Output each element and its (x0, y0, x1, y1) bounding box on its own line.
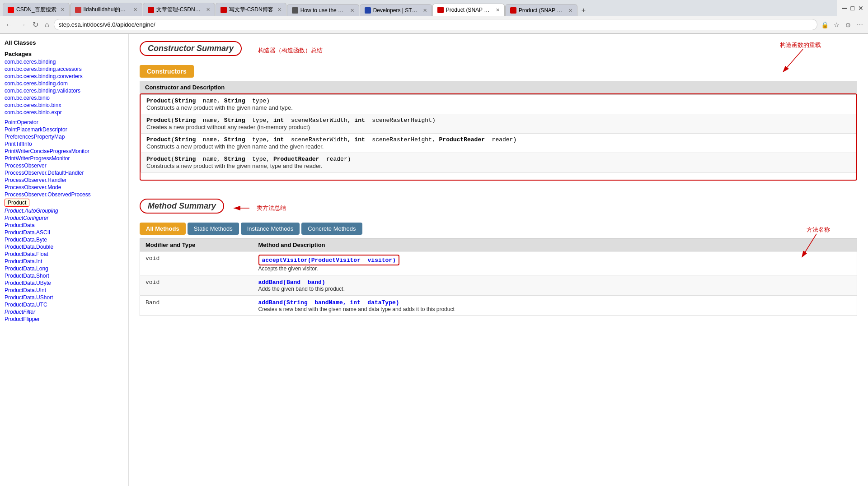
tab-close[interactable]: ✕ (423, 8, 427, 14)
tab-label: Product (SNAP En... (446, 7, 492, 13)
sidebar-item-accessors[interactable]: com.bc.ceres.binding.accessors (0, 65, 128, 73)
svg-line-1 (787, 49, 803, 67)
tab-close[interactable]: ✕ (133, 7, 137, 13)
sidebar-item-pointoperator[interactable]: PointOperator (0, 119, 128, 126)
sidebar-item-productdata[interactable]: ProductData (0, 222, 128, 229)
sidebar-item-validators[interactable]: com.bc.ceres.binding.validators (0, 87, 128, 94)
tab-wenzhangguan[interactable]: 文章管理-CSDN博... ✕ (143, 3, 215, 16)
sidebar-item-printwriterprog[interactable]: PrintWriterProgressMonitor (0, 155, 128, 162)
tab-all-methods[interactable]: All Methods (140, 223, 186, 235)
extensions-icon[interactable]: 🔒 (820, 20, 829, 29)
nav-bar: ← → ↻ ⌂ 🔒 ☆ ⊙ ⋯ (0, 16, 868, 33)
table-row: void acceptVisitor(ProductVisitor visito… (140, 251, 857, 275)
tab-favicon (292, 7, 298, 14)
browser-chrome: CSDN_百度搜索 ✕ lidahuilidahui的博... ✕ 文章管理-C… (0, 0, 868, 34)
method-summary-heading: Method Summary (140, 199, 224, 214)
sidebar-item-processdefault[interactable]: ProcessObserver.DefaultHandler (0, 169, 128, 177)
tab-instance-methods[interactable]: Instance Methods (241, 223, 300, 235)
method-name-1[interactable]: acceptVisitor(ProductVisitor visitor) (262, 257, 396, 264)
sidebar-item-productdata-uint[interactable]: ProductData.UInt (0, 287, 128, 294)
sidebar-item-binx[interactable]: com.bc.ceres.binio.binx (0, 102, 128, 109)
url-bar[interactable] (54, 19, 817, 30)
sidebar-item-productdata-double[interactable]: ProductData.Double (0, 243, 128, 251)
close-button[interactable]: ✕ (858, 5, 863, 12)
tab-close[interactable]: ✕ (206, 7, 210, 13)
method-desc-1: Accepts the given visitor. (258, 265, 852, 272)
sidebar-item-converters[interactable]: com.bc.ceres.binding.converters (0, 73, 128, 80)
tab-favicon (75, 7, 81, 13)
method-name-2[interactable]: addBand(Band band) (258, 279, 325, 286)
constructor-signature-1: Product(String name, String type) (146, 98, 850, 104)
sidebar-item-pointplacemark[interactable]: PointPlacemarkDescriptor (0, 126, 128, 133)
sidebar-item-printtiff[interactable]: PrintTiffInfo (0, 140, 128, 148)
tab-csdn[interactable]: CSDN_百度搜索 ✕ (3, 3, 70, 16)
sidebar-item-productfilter[interactable]: ProductFilter (0, 308, 128, 316)
sidebar-item-processobserved[interactable]: ProcessObserver.ObservedProcess (0, 191, 128, 198)
table-row: Product(String name, String type, int sc… (141, 114, 856, 134)
tab-xiezhangg[interactable]: 写文章-CSDN博客 ✕ (216, 3, 286, 16)
sidebar-item-expr[interactable]: com.bc.ceres.binio.expr (0, 109, 128, 116)
sidebar-item-product[interactable]: Product (5, 199, 29, 207)
method-modifier-1: void (145, 255, 160, 262)
sidebar-item-productdata-ascii[interactable]: ProductData.ASCII (0, 229, 128, 236)
reload-button[interactable]: ↻ (31, 19, 40, 30)
sidebar-item-productflipper[interactable]: ProductFlipper (0, 316, 128, 323)
tab-product2[interactable]: Product (SNAP En... ✕ (505, 4, 577, 16)
home-button[interactable]: ⌂ (43, 20, 51, 30)
sidebar-item-productdata-int[interactable]: ProductData.Int (0, 258, 128, 265)
method-tabs: All Methods Static Methods Instance Meth… (140, 223, 857, 235)
tab-product-active[interactable]: Product (SNAP En... ✕ (432, 4, 505, 16)
tab-label: How to use the SI... (300, 7, 346, 14)
tab-concrete-methods[interactable]: Concrete Methods (301, 223, 362, 235)
maximize-button[interactable]: □ (851, 5, 854, 12)
constructor-summary-title: Constructor Summary (148, 44, 234, 53)
new-tab-button[interactable]: + (578, 5, 589, 16)
sidebar-item-preferences[interactable]: PreferencesPropertyMap (0, 133, 128, 140)
tab-close[interactable]: ✕ (277, 7, 282, 13)
menu-icon[interactable]: ⋯ (855, 20, 864, 29)
sidebar-item-binding[interactable]: com.bc.ceres.binding (0, 58, 128, 65)
bookmark-icon[interactable]: ☆ (832, 20, 841, 29)
sidebar-item-product-autogrouping[interactable]: Product.AutoGrouping (0, 207, 128, 214)
right-annotation-text: 构造函数的重载 (780, 41, 821, 49)
tab-close[interactable]: ✕ (496, 7, 500, 13)
sidebar-item-productconfigurer[interactable]: ProductConfigurer (0, 214, 128, 222)
tab-close[interactable]: ✕ (568, 8, 572, 14)
tab-close[interactable]: ✕ (61, 7, 65, 13)
sidebar-item-processhandler[interactable]: ProcessObserver.Handler (0, 177, 128, 184)
sidebar-item-productdata-ubyte[interactable]: ProductData.UByte (0, 279, 128, 287)
sidebar-item-productdata-long[interactable]: ProductData.Long (0, 265, 128, 272)
sidebar-item-processobserver[interactable]: ProcessObserver (0, 162, 128, 169)
constructor-signature-2: Product(String name, String type, int sc… (146, 117, 850, 124)
constructor-summary-section: Constructor Summary 构造器（构造函数）总结 构造函数的重载 … (140, 41, 857, 181)
left-arrow-svg (231, 204, 249, 213)
tab-howtouse[interactable]: How to use the SI... ✕ (287, 4, 359, 16)
back-button[interactable]: ← (4, 20, 14, 30)
tab-static-methods[interactable]: Static Methods (188, 223, 239, 235)
method-desc-2: Adds the given band to this product. (258, 286, 852, 292)
sidebar-item-productdata-ushort[interactable]: ProductData.UShort (0, 294, 128, 301)
tab-label: CSDN_百度搜索 (16, 6, 56, 14)
constructor-desc-4: Constructs a new product with the given … (146, 163, 850, 169)
sidebar-item-productdata-byte[interactable]: ProductData.Byte (0, 236, 128, 243)
forward-button[interactable]: → (17, 20, 28, 30)
sidebar-item-processmode[interactable]: ProcessObserver.Mode (0, 184, 128, 191)
constructor-summary-heading: Constructor Summary (140, 41, 242, 56)
tab-close[interactable]: ✕ (350, 8, 354, 14)
constructors-tab-button[interactable]: Constructors (140, 65, 194, 78)
minimize-button[interactable]: ─ (842, 4, 847, 12)
profile-icon[interactable]: ⊙ (844, 20, 853, 29)
sidebar-item-binio[interactable]: com.bc.ceres.binio (0, 94, 128, 102)
constructor-table: Product(String name, String type) Constr… (141, 94, 856, 172)
tab-lidahui[interactable]: lidahuilidahui的博... ✕ (70, 3, 142, 16)
method-right-annotation: 方法名称 (803, 226, 830, 256)
sidebar-item-dom[interactable]: com.bc.ceres.binding.dom (0, 80, 128, 87)
table-row: Band addBand(String bandName, int dataTy… (140, 296, 857, 316)
sidebar-item-productdata-utc[interactable]: ProductData.UTC (0, 301, 128, 308)
sidebar-item-productdata-short[interactable]: ProductData.Short (0, 272, 128, 279)
tab-favicon (148, 7, 154, 13)
sidebar-item-productdata-float[interactable]: ProductData.Float (0, 251, 128, 258)
method-name-3[interactable]: addBand(String bandName, int dataType) (258, 299, 399, 306)
tab-developers[interactable]: Developers | STEP ... ✕ (360, 4, 432, 16)
sidebar-item-printwriterconcise[interactable]: PrintWriterConciseProgressMonitor (0, 148, 128, 155)
